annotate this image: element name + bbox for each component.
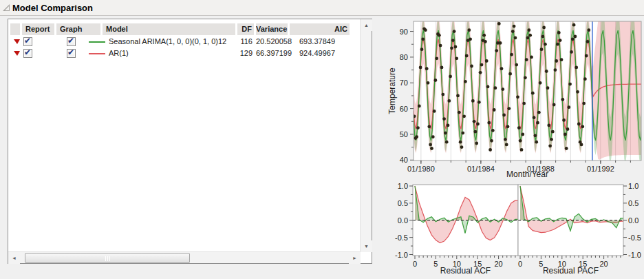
model-name-cell[interactable]: Seasonal ARIMA(1, 0, 0)(0, 1, 0)12 bbox=[109, 36, 226, 48]
ts-observed-point bbox=[555, 59, 558, 63]
ts-observed-point bbox=[487, 121, 491, 125]
ts-observed-point bbox=[497, 22, 501, 25]
ts-observed-point bbox=[511, 30, 515, 33]
ts-observed-point bbox=[460, 145, 464, 149]
graph-checkbox[interactable]: ✔ bbox=[67, 37, 76, 46]
ts-observed-point bbox=[528, 34, 532, 37]
ts-observed-point bbox=[504, 138, 507, 141]
table-row[interactable]: ✔ ✔ AR(1) 129 66.397199 924.49967 bbox=[8, 48, 352, 59]
ts-observed-point bbox=[516, 95, 519, 99]
ts-observed-point bbox=[416, 126, 420, 130]
graph-checkbox[interactable]: ✔ bbox=[67, 49, 76, 58]
ts-observed-point bbox=[450, 46, 453, 50]
ts-observed-point bbox=[441, 93, 444, 96]
column-header-aic[interactable]: AIC bbox=[290, 23, 350, 35]
red-triangle-menu-icon[interactable] bbox=[14, 39, 20, 44]
column-header-report[interactable]: Report bbox=[22, 23, 54, 35]
checkmark-icon: ✔ bbox=[67, 48, 74, 57]
ts-observed-point bbox=[559, 39, 562, 42]
ts-observed-point bbox=[455, 56, 458, 60]
scroll-down-button[interactable]: ▼ bbox=[361, 240, 372, 252]
ts-observed-point bbox=[585, 54, 588, 58]
ts-observed-point bbox=[473, 120, 476, 123]
ts-observed-point bbox=[564, 133, 567, 136]
ts-observed-point bbox=[515, 63, 518, 67]
ts-observed-point bbox=[580, 143, 583, 147]
ts-observed-point bbox=[471, 99, 475, 103]
disclosure-triangle-icon[interactable] bbox=[3, 4, 10, 11]
ts-observed-point bbox=[445, 141, 449, 144]
ts-observed-point bbox=[459, 141, 462, 144]
ts-observed-point bbox=[429, 143, 432, 147]
forecast-and-residual-plots: 40506070809001/198001/198401/198801/1992… bbox=[385, 17, 644, 279]
ts-observed-point bbox=[505, 143, 508, 147]
svg-text:-1.0: -1.0 bbox=[628, 251, 641, 259]
vertical-scrollbar[interactable]: ▲ ▼ bbox=[360, 19, 372, 252]
svg-text:-1.0: -1.0 bbox=[395, 251, 408, 259]
ts-observed-point bbox=[582, 102, 586, 105]
scroll-up-button[interactable]: ▲ bbox=[361, 19, 372, 31]
horizontal-scrollbar[interactable]: ◄ ► bbox=[8, 251, 361, 263]
ts-observed-point bbox=[438, 34, 441, 37]
scrollbar-grip-icon bbox=[103, 256, 111, 261]
scroll-left-button[interactable]: ◄ bbox=[8, 252, 20, 264]
ts-observed-point bbox=[451, 39, 455, 42]
red-triangle-menu-icon[interactable] bbox=[14, 51, 20, 56]
ts-observed-point bbox=[413, 114, 416, 118]
report-checkbox[interactable]: ✔ bbox=[23, 37, 32, 46]
svg-text:90: 90 bbox=[400, 28, 408, 36]
ts-observed-point bbox=[524, 76, 527, 79]
ts-observed-point bbox=[570, 50, 573, 54]
variance-cell: 66.397199 bbox=[256, 48, 286, 59]
residual-acf-plot: 051015201.00.50.0-0.5-1.0Residual ACF bbox=[395, 182, 518, 276]
ts-observed-point bbox=[434, 79, 438, 82]
ts-observed-point bbox=[576, 90, 579, 94]
ts-observed-point bbox=[544, 43, 547, 46]
checkmark-icon: ✔ bbox=[67, 36, 74, 45]
svg-text:70: 70 bbox=[400, 79, 408, 87]
column-header-graph[interactable]: Graph bbox=[56, 23, 100, 35]
ts-observed-point bbox=[458, 111, 461, 114]
svg-text:01/1984: 01/1984 bbox=[467, 165, 495, 173]
variance-cell: 20.520058 bbox=[256, 36, 286, 48]
ts-observed-point bbox=[546, 86, 550, 90]
svg-text:0.5: 0.5 bbox=[398, 199, 408, 207]
column-header-variance[interactable]: Variance bbox=[256, 23, 288, 35]
ts-observed-point bbox=[550, 138, 553, 141]
report-checkbox[interactable]: ✔ bbox=[23, 49, 32, 58]
ts-observed-point bbox=[587, 28, 590, 32]
ts-observed-point bbox=[554, 68, 557, 72]
svg-text:0.0: 0.0 bbox=[398, 216, 408, 225]
svg-text:01/1980: 01/1980 bbox=[407, 165, 435, 173]
ts-observed-point bbox=[464, 80, 467, 83]
ts-observed-point bbox=[427, 81, 430, 85]
ts-observed-point bbox=[418, 105, 421, 108]
ts-observed-point bbox=[547, 124, 550, 127]
ts-observed-point bbox=[489, 148, 492, 152]
ts-observed-point bbox=[540, 48, 544, 51]
ts-observed-point bbox=[513, 25, 516, 28]
column-header-df[interactable]: DF bbox=[237, 23, 254, 35]
ts-observed-point bbox=[557, 31, 561, 34]
svg-text:60: 60 bbox=[400, 105, 408, 113]
ts-observed-point bbox=[476, 123, 480, 126]
scrollbar-thumb[interactable] bbox=[25, 253, 190, 263]
ts-observed-point bbox=[566, 127, 570, 131]
model-name-cell[interactable]: AR(1) bbox=[109, 48, 129, 59]
ts-observed-point bbox=[502, 114, 506, 117]
table-row[interactable]: ✔ ✔ Seasonal ARIMA(1, 0, 0)(0, 1, 0)12 1… bbox=[8, 36, 352, 48]
page-title: Model Comparison bbox=[12, 3, 93, 13]
ts-observed-point bbox=[424, 28, 427, 32]
ts-observed-point bbox=[440, 66, 444, 70]
svg-text:40: 40 bbox=[400, 156, 408, 164]
residual-pacf-plot: 051015201.00.50.0-0.5-1.0Residual PACF bbox=[518, 182, 641, 276]
scroll-right-button[interactable]: ► bbox=[349, 252, 361, 264]
ts-observed-point bbox=[525, 58, 528, 61]
ts-observed-point bbox=[447, 124, 450, 127]
ts-observed-point bbox=[480, 63, 484, 67]
ts-observed-point bbox=[552, 103, 556, 107]
ts-observed-point bbox=[508, 72, 512, 76]
aic-cell: 924.49967 bbox=[290, 48, 335, 59]
ts-observed-point bbox=[493, 108, 496, 112]
column-header-model[interactable]: Model bbox=[103, 23, 235, 35]
